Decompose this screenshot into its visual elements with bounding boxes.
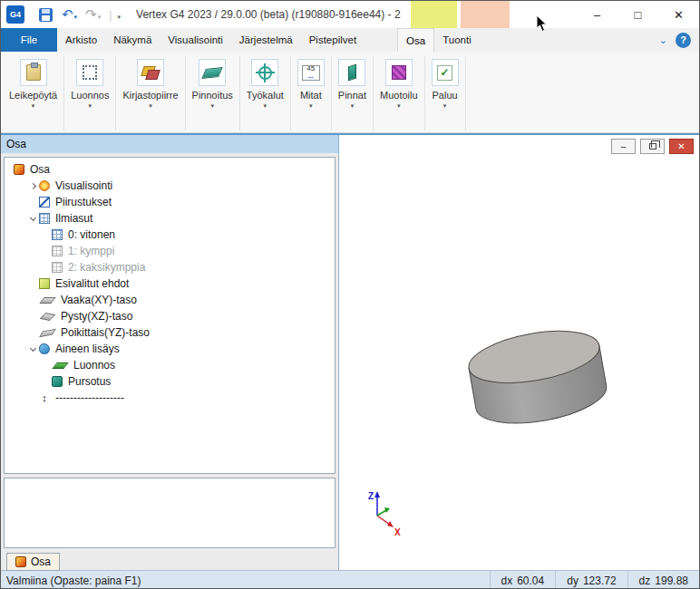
tree-item-luonnos[interactable]: Luonnos xyxy=(5,357,335,373)
ribbon-button-label: Työkalut xyxy=(247,90,284,101)
coord-dx: dx 60.04 xyxy=(490,571,556,589)
window-controls: – □ ✕ xyxy=(577,1,699,28)
drawings-icon xyxy=(39,197,50,208)
help-icon[interactable]: ? xyxy=(676,33,691,48)
ribbon-button-mitat[interactable]: Mitat ▾ xyxy=(291,56,332,130)
ribbon-button-luonnos[interactable]: Luonnos ▾ xyxy=(64,56,116,130)
dropdown-arrow-icon: ▾ xyxy=(210,102,214,110)
maximize-button[interactable]: □ xyxy=(617,1,658,28)
tree-item-aineen-lisays[interactable]: Aineen lisäys xyxy=(5,341,335,357)
redo-icon[interactable]: ↷ xyxy=(85,6,97,23)
material-add-icon xyxy=(39,343,50,354)
save-icon[interactable] xyxy=(39,8,53,22)
cylinder-model[interactable] xyxy=(465,323,611,432)
tab-visualisointi[interactable]: Visualisointi xyxy=(160,28,231,52)
tree-item-kymppi[interactable]: 1: kymppi xyxy=(5,243,335,259)
tab-file[interactable]: File xyxy=(1,28,57,52)
ribbon-button-paluu[interactable]: Paluu ▾ xyxy=(425,56,466,130)
chevron-down-icon[interactable] xyxy=(26,217,39,220)
tuonti-tab-highlight xyxy=(461,1,510,28)
minimize-button[interactable]: – xyxy=(577,1,617,28)
ribbon-button-label: Leikepöytä xyxy=(9,90,57,101)
yz-plane-icon xyxy=(39,328,56,337)
tree-item-pysty-xz-taso[interactable]: Pysty(XZ)-taso xyxy=(5,308,335,324)
undo-dropdown-icon[interactable]: ▾ xyxy=(74,14,78,21)
viewport-close-button[interactable]: ✕ xyxy=(669,139,694,154)
dropdown-arrow-icon: ▾ xyxy=(351,102,355,110)
titlebar[interactable]: G4 ↶ ▾ ↷ ▾ | ▾ Vertex G4 2023 / 29.0.00 … xyxy=(1,1,699,28)
xy-plane-icon xyxy=(39,297,55,304)
tree-item-vaaka-xy-taso[interactable]: Vaaka(XY)-taso xyxy=(5,292,335,308)
sketch-icon xyxy=(83,65,97,80)
chevron-down-icon[interactable] xyxy=(26,348,39,351)
chevron-down-icon[interactable]: ⌄ xyxy=(659,34,667,46)
tools-icon xyxy=(258,66,272,80)
viewport-restore-button[interactable] xyxy=(640,139,665,154)
close-button[interactable]: ✕ xyxy=(658,1,699,28)
tree-item-kaksikymppia[interactable]: 2: kaksikymppia xyxy=(5,259,335,275)
restore-icon xyxy=(649,143,656,150)
viewport-window-controls: – ✕ xyxy=(611,139,694,154)
ribbon-button-label: Muotoilu xyxy=(380,90,418,101)
updown-arrows-icon: ↕ xyxy=(39,392,50,403)
ribbon-button-label: Paluu xyxy=(433,90,458,101)
dropdown-arrow-icon: ▾ xyxy=(309,102,313,110)
coord-dy: dy 123.72 xyxy=(555,571,627,589)
tree-item-pursotus[interactable]: Pursotus xyxy=(5,373,335,390)
axis-z-label: Z xyxy=(368,491,374,501)
tree-item-ilmiasut[interactable]: Ilmiasut xyxy=(5,210,335,227)
tab-osa[interactable]: Osa xyxy=(397,28,434,52)
tree-item-visualisointi[interactable]: Visualisointi xyxy=(5,178,335,194)
3d-viewport[interactable]: – ✕ Z xyxy=(338,133,699,570)
tab-jarjestelma[interactable]: Järjestelmä xyxy=(231,28,301,52)
tree-item-piirustukset[interactable]: Piirustukset xyxy=(5,194,335,210)
panel-title: Osa xyxy=(1,135,338,153)
chevron-right-icon[interactable] xyxy=(26,184,39,188)
tab-arkisto[interactable]: Arkisto xyxy=(57,28,105,52)
surfaces-icon xyxy=(348,64,356,82)
viewport-minimize-button[interactable]: – xyxy=(611,139,636,154)
quick-toolbar-customize-icon[interactable]: ▾ xyxy=(118,14,122,21)
dropdown-arrow-icon: ▾ xyxy=(89,102,92,110)
ribbon-button-label: Mitat xyxy=(300,90,322,101)
ribbon-button-muotoilu[interactable]: Muotoilu ▾ xyxy=(374,56,425,130)
tree-item-vitonen[interactable]: 0: vitonen xyxy=(5,227,335,243)
dropdown-arrow-icon: ▾ xyxy=(32,102,35,110)
3d-scene-canvas[interactable]: Z X xyxy=(339,135,700,568)
ribbon-button-label: Kirjastopiirre xyxy=(122,90,178,101)
sketch-plane-icon xyxy=(52,362,68,369)
window-title: Vertex G4 2023 / 29.0.00 (beta) (r190880… xyxy=(136,8,401,21)
tree-item-end-marker[interactable]: ↕ ------------------- xyxy=(5,390,335,406)
preselected-conditions-icon xyxy=(39,278,50,289)
tree-item-poikittais-yz-taso[interactable]: Poikittais(YZ)-taso xyxy=(5,324,335,341)
app-icon: G4 xyxy=(6,5,24,24)
secondary-panel-area xyxy=(4,478,335,548)
clipboard-icon xyxy=(26,64,41,81)
status-bar: Valmiina (Opaste: paina F1) dx 60.04 dy … xyxy=(1,570,699,589)
return-check-icon xyxy=(437,65,452,81)
ribbon-button-leikepoyta[interactable]: Leikepöytä ▾ xyxy=(3,56,64,130)
redo-dropdown-icon[interactable]: ▾ xyxy=(98,14,102,21)
xz-plane-icon xyxy=(40,312,56,320)
ribbon-button-tyokalut[interactable]: Työkalut ▾ xyxy=(240,56,291,130)
panel-bottom-tab-osa[interactable]: Osa xyxy=(6,553,60,571)
ribbon-button-pinnat[interactable]: Pinnat ▾ xyxy=(332,56,374,130)
tab-tuonti[interactable]: Tuonti xyxy=(434,28,480,52)
model-tree-panel: Osa Osa Visualisointi Piirustukset xyxy=(1,133,338,570)
tree-item-esivalitut-ehdot[interactable]: Esivalitut ehdot xyxy=(5,275,335,292)
undo-icon[interactable]: ↶ xyxy=(62,6,73,23)
dropdown-arrow-icon: ▾ xyxy=(264,102,267,110)
ribbon-button-pinnoitus[interactable]: Pinnoitus ▾ xyxy=(186,56,240,130)
quick-toolbar-separator: | xyxy=(109,8,112,22)
ribbon-tab-bar: File Arkisto Näkymä Visualisointi Järjes… xyxy=(1,28,699,52)
ribbon-button-kirjastopiirre[interactable]: Kirjastopiirre ▾ xyxy=(116,56,185,130)
tab-pistepilvet[interactable]: Pistepilvet xyxy=(301,28,365,52)
dropdown-arrow-icon: ▾ xyxy=(443,102,447,110)
model-tree: Osa Visualisointi Piirustukset Ilmiasut xyxy=(4,157,335,474)
tab-nakyma[interactable]: Näkymä xyxy=(105,28,160,52)
tree-item-osa-root[interactable]: Osa xyxy=(5,161,335,178)
shaping-icon xyxy=(392,65,406,80)
dimensions-icon xyxy=(302,65,320,81)
representation-icon xyxy=(52,246,63,256)
ribbon-button-label: Luonnos xyxy=(71,90,109,101)
